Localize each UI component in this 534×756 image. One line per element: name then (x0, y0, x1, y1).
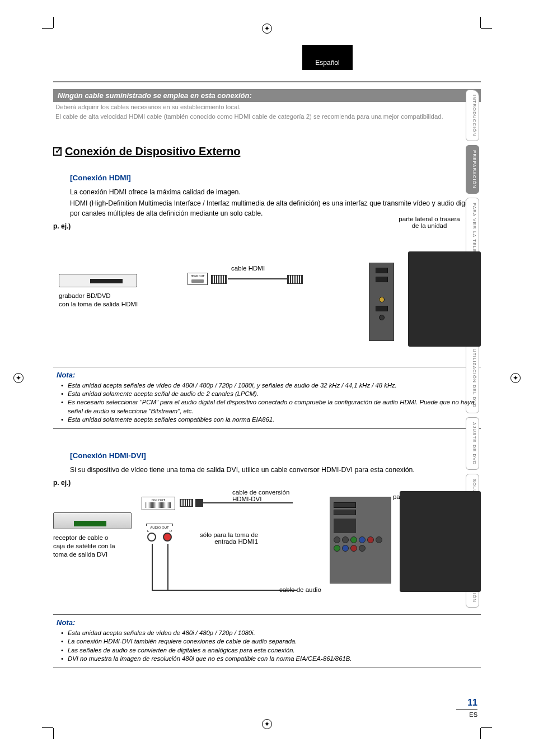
hdmi1-input-note: sólo para la toma de entrada HDMI1 (200, 531, 258, 545)
dvi-out-port-icon: DVI OUT (142, 497, 175, 510)
bd-dvd-recorder-icon (59, 274, 137, 287)
dvi-connector-icon (180, 499, 193, 507)
checkbox-icon (53, 147, 62, 156)
section-title-external-device: Conexión de Dispositivo Externo (53, 145, 481, 158)
cable-notice-title: Ningún cable suministrado se emplea en e… (53, 89, 481, 102)
component-pr-port-icon (367, 536, 374, 543)
page-region: ES (456, 711, 477, 718)
hdmi-dvi-note-item: DVI no muestra la imagen de resolución 4… (63, 655, 477, 663)
cable-notice-line1: Deberá adquirir los cables necesarios en… (53, 102, 481, 111)
usb-port-icon (376, 306, 388, 311)
hdmi-connector-icon (211, 275, 227, 284)
rca-port-icon (334, 536, 340, 543)
hdmi-dvi-connection-diagram: receptor de cable o caja de satélite con… (53, 491, 481, 603)
headphone-port-icon (379, 315, 385, 320)
hdmi-connection-diagram: grabador BD/DVD con la toma de salida HD… (53, 246, 481, 352)
hdmi-dvi-heading: [Conexión HDMI-DVI] (70, 451, 481, 460)
cable-line (152, 544, 153, 591)
hdmi-note-item: Esta unidad acepta señales de vídeo de 4… (63, 381, 477, 390)
cable-notice-line2: El cable de alta velocidad HDMI cable (t… (53, 111, 481, 121)
hdmi-port-icon (376, 268, 388, 273)
page-number-divider (456, 709, 477, 710)
hdmi-dvi-note-item: Las señales de audio se convierten de di… (63, 646, 477, 655)
cable-line (167, 544, 168, 591)
cable-bend-icon (195, 499, 203, 507)
section-title-text: Conexión de Dispositivo Externo (65, 145, 240, 157)
print-registration-mark-icon (13, 373, 24, 383)
conversion-cable-label: cable de conversión HDMI-DVI (232, 489, 289, 502)
hdmi-section: [Conexión HDMI] La conexión HDMI ofrece … (70, 174, 481, 219)
rca-port-icon (376, 536, 382, 543)
hdmi-note-item: Esta unidad solamente acepta señales com… (63, 416, 477, 424)
hdmi-note-box: Nota: Esta unidad acepta señales de víde… (53, 367, 481, 429)
print-registration-mark-icon (510, 373, 521, 383)
audio-out-label: AUDIO OUT L R (144, 524, 175, 533)
page-number: 11 (456, 698, 477, 708)
hdmi-paragraph-1: La conexión HDMI ofrece la máxima calida… (70, 188, 481, 198)
example-label: p. ej.) (53, 479, 481, 487)
section-tab-preparacion: PREPARACIÓN (466, 145, 479, 194)
audio-l-label: L (147, 529, 149, 533)
component-pb-port-icon (342, 545, 349, 552)
crop-mark-icon (481, 28, 492, 29)
rca-jack-red-icon (163, 533, 172, 542)
tv-side-label: parte lateral o trasera de la unidad (396, 216, 463, 229)
cable-line (203, 502, 293, 503)
section-tab-ajuste-dvd: AJUSTE DE DVD (466, 417, 479, 470)
hdmi-port-icon (376, 277, 388, 282)
page-number-block: 11 ES (456, 698, 477, 718)
crop-mark-icon (480, 728, 481, 739)
crop-mark-icon (42, 727, 53, 728)
hdmi-slot-icon (334, 502, 356, 508)
hdmi-dvi-section: [Conexión HDMI-DVI] Si su dispositivo de… (70, 451, 481, 475)
cable-receiver-label: receptor de cable o caja de satélite con… (53, 534, 115, 559)
hdmi-heading: [Conexión HDMI] (70, 174, 481, 182)
component-pb-port-icon (359, 536, 366, 543)
vga-port-icon (334, 519, 356, 533)
note-heading: Nota: (57, 371, 477, 379)
cable-receiver-icon (53, 512, 132, 529)
hdmi-cable-label: cable HDMI (231, 265, 265, 272)
note-heading: Nota: (57, 618, 477, 627)
crop-mark-icon (53, 728, 54, 739)
component-pr-port-icon (350, 545, 357, 552)
hdmi-note-item: Es necesario seleccionar "PCM" para el a… (63, 398, 477, 416)
rca-port-icon (359, 545, 366, 552)
cable-line (152, 590, 297, 591)
tv-side-panel-icon (369, 263, 394, 341)
component-y-port-icon (350, 536, 357, 543)
divider (53, 81, 481, 82)
av-port-icon (379, 297, 385, 302)
hdmi-connector-icon (287, 275, 303, 284)
tv-unit-back-icon (400, 491, 481, 592)
hdmi-slot-icon (334, 510, 356, 515)
cable-line (228, 278, 287, 279)
rca-port-icon (342, 536, 349, 543)
cable-notice-box: Ningún cable suministrado se emplea en e… (53, 89, 481, 122)
crop-mark-icon (42, 28, 53, 29)
hdmi-dvi-note-item: Esta unidad acepta señales de vídeo de 4… (63, 629, 477, 637)
component-y-port-icon (334, 545, 340, 552)
audio-r-label: R (170, 529, 172, 533)
tv-back-panel-icon (330, 497, 391, 584)
language-tab: Español (302, 45, 353, 70)
hdmi-dvi-note-item: La conexión HDMI-DVI también requiere co… (63, 637, 477, 646)
hdmi-note-item: Esta unidad solamente acepta señal de au… (63, 390, 477, 398)
bd-dvd-recorder-label: grabador BD/DVD con la toma de salida HD… (59, 292, 138, 309)
hdmi-dvi-paragraph-1: Si su dispositivo de vídeo tiene una tom… (70, 465, 481, 475)
hdmi-dvi-note-box: Nota: Esta unidad acepta señales de víde… (53, 614, 481, 668)
crop-mark-icon (481, 727, 492, 728)
rca-jack-white-icon (147, 533, 156, 542)
tv-unit-icon (408, 251, 481, 347)
section-tab-introduccion: INTRODUCCIÓN (466, 90, 479, 141)
audio-cable-label: cable de audio (279, 586, 321, 593)
hdmi-out-port-icon: HDMI OUT (188, 273, 208, 285)
